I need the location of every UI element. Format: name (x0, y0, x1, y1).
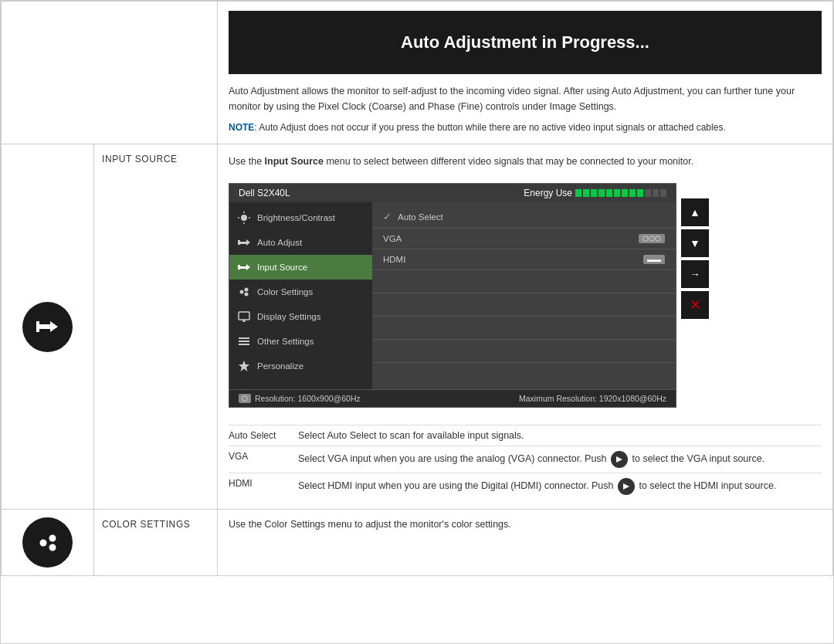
energy-label: Energy Use (524, 188, 572, 198)
osd-menu: Brightness/Contrast Auto Adjus (229, 202, 372, 389)
svg-marker-10 (246, 239, 250, 246)
osd-wrapper: Dell S2X40L Energy Use (229, 175, 676, 415)
osd-footer-res: ⬡ Resolution: 1600x900@60Hz (239, 394, 361, 403)
color-settings-icon-circle (22, 517, 73, 568)
personalize-menu-icon (237, 359, 251, 373)
main-table: Auto Adjustment in Progress... Auto Adju… (1, 1, 833, 576)
color-settings-label-text: COLOR SETTINGS (102, 519, 190, 530)
energy-seg-10 (645, 189, 651, 197)
color-settings-label-cell: COLOR SETTINGS (94, 510, 218, 576)
note-label: NOTE (229, 122, 254, 133)
osd-body: Brightness/Contrast Auto Adjus (229, 202, 676, 389)
input-source-content: Use the Input Source menu to select betw… (218, 144, 833, 510)
sub-row-hdmi-content: Select HDMI input when you are using the… (298, 478, 822, 495)
hdmi-push-icon (618, 478, 635, 495)
input-source-menu-icon (237, 260, 251, 274)
vga-label: VGA (383, 234, 402, 243)
osd-brand: Dell S2X40L (239, 188, 290, 198)
banner-title: Auto Adjustment in Progress... (401, 32, 649, 52)
sub-row-vga-label: VGA (229, 451, 298, 468)
auto-select-check: ✓ (383, 211, 392, 222)
auto-adjustment-row: Auto Adjustment in Progress... Auto Adju… (2, 2, 833, 144)
osd-content-empty-3 (372, 317, 676, 340)
osd-content-empty-2 (372, 293, 676, 317)
hdmi-connector-badge: ▬▬ (643, 255, 665, 264)
osd-menu-auto-adjust[interactable]: Auto Adjust (229, 230, 372, 255)
note-body: : Auto Adjust does not occur if you pres… (254, 122, 725, 133)
energy-bar: Energy Use (524, 188, 666, 198)
sub-row-hdmi-label: HDMI (229, 478, 298, 495)
svg-point-14 (240, 290, 244, 294)
osd-menu-other-settings[interactable]: Other Settings (229, 329, 372, 354)
menu-input-source-label: Input Source (257, 263, 307, 272)
input-source-intro: Use the Input Source menu to select betw… (229, 154, 822, 169)
sub-row-auto-select-content: Select Auto Select to scan for available… (298, 430, 822, 441)
auto-adj-content: Auto Adjustment in Progress... Auto Adju… (218, 2, 833, 144)
auto-adjust-menu-icon (237, 236, 251, 249)
input-source-icon-cell (2, 144, 94, 510)
osd-menu-personalize[interactable]: Personalize (229, 354, 372, 378)
energy-bar-inner (575, 189, 666, 197)
svg-rect-11 (238, 265, 240, 269)
svg-rect-17 (239, 312, 249, 320)
svg-rect-8 (238, 240, 240, 245)
osd-content-empty-4 (372, 340, 676, 363)
auto-adj-icon-cell (2, 2, 94, 144)
auto-select-label: Auto Select (398, 212, 443, 222)
connector-icon-footer: ⬡ (239, 394, 251, 403)
osd-content-hdmi[interactable]: HDMI ▬▬ (372, 249, 676, 270)
color-settings-icon-cell (2, 510, 94, 576)
osd-content-vga[interactable]: VGA ⬡⬡⬡ (372, 229, 676, 249)
osd-nav: ▲ ▼ → ✕ (681, 198, 709, 319)
osd-content: ✓ Auto Select VGA ⬡⬡⬡ HDMI ▬▬ (372, 202, 676, 389)
energy-seg-8 (629, 189, 636, 197)
osd-menu-brightness[interactable]: Brightness/Contrast (229, 205, 372, 230)
sub-rows-container: Auto Select Select Auto Select to scan f… (229, 425, 822, 500)
svg-point-16 (245, 293, 249, 297)
nav-exit-btn[interactable]: ✕ (681, 291, 709, 319)
sub-row-vga-content: Select VGA input when you are using the … (298, 451, 822, 468)
input-source-icon-circle (22, 302, 73, 352)
osd-footer: ⬡ Resolution: 1600x900@60Hz Maximum Reso… (229, 389, 676, 407)
auto-adjustment-banner: Auto Adjustment in Progress... (229, 11, 822, 74)
energy-seg-12 (660, 189, 666, 197)
footer-resolution: Resolution: 1600x900@60Hz (255, 394, 361, 403)
footer-max-resolution: Maximum Resolution: 1920x1080@60Hz (519, 394, 666, 403)
color-settings-description: Use the Color Settings menu to adjust th… (229, 519, 822, 530)
svg-rect-0 (36, 321, 39, 332)
menu-auto-adjust-label: Auto Adjust (257, 238, 302, 247)
color-settings-icon (36, 530, 60, 555)
svg-marker-23 (239, 361, 249, 371)
hdmi-label: HDMI (383, 255, 405, 264)
page-container: Auto Adjustment in Progress... Auto Adju… (0, 0, 834, 644)
osd-content-auto-select[interactable]: ✓ Auto Select (372, 205, 676, 229)
svg-point-3 (241, 215, 247, 221)
nav-up-btn[interactable]: ▲ (681, 198, 709, 226)
svg-rect-1 (39, 324, 50, 329)
input-source-bold: Input Source (265, 156, 324, 167)
auto-adj-note: NOTE: Auto Adjust does not occur if you … (229, 120, 822, 134)
svg-marker-24 (616, 456, 622, 463)
input-source-label: INPUT SOURCE (94, 144, 218, 510)
nav-down-btn[interactable]: ▼ (681, 229, 709, 257)
svg-rect-22 (239, 344, 249, 345)
osd-menu-color-settings[interactable]: Color Settings (229, 280, 372, 304)
nav-right-btn[interactable]: → (681, 260, 709, 288)
sub-row-auto-select-label: Auto Select (229, 430, 298, 441)
svg-marker-13 (246, 264, 250, 270)
input-source-row: INPUT SOURCE Use the Input Source menu t… (2, 144, 833, 510)
brightness-icon (237, 211, 251, 225)
arrow-icon-hdmi (621, 481, 632, 492)
menu-personalize-label: Personalize (257, 361, 303, 371)
osd-content-empty-5 (372, 363, 676, 386)
osd-menu-input-source[interactable]: Input Source (229, 255, 372, 280)
menu-other-settings-label: Other Settings (257, 337, 314, 346)
color-settings-content: Use the Color Settings menu to adjust th… (218, 510, 833, 576)
svg-point-26 (39, 539, 46, 546)
svg-marker-25 (623, 483, 629, 490)
energy-seg-5 (606, 189, 612, 197)
svg-point-28 (49, 544, 56, 551)
svg-rect-12 (240, 266, 246, 269)
osd-menu-display-settings[interactable]: Display Settings (229, 304, 372, 329)
svg-marker-2 (50, 321, 58, 332)
